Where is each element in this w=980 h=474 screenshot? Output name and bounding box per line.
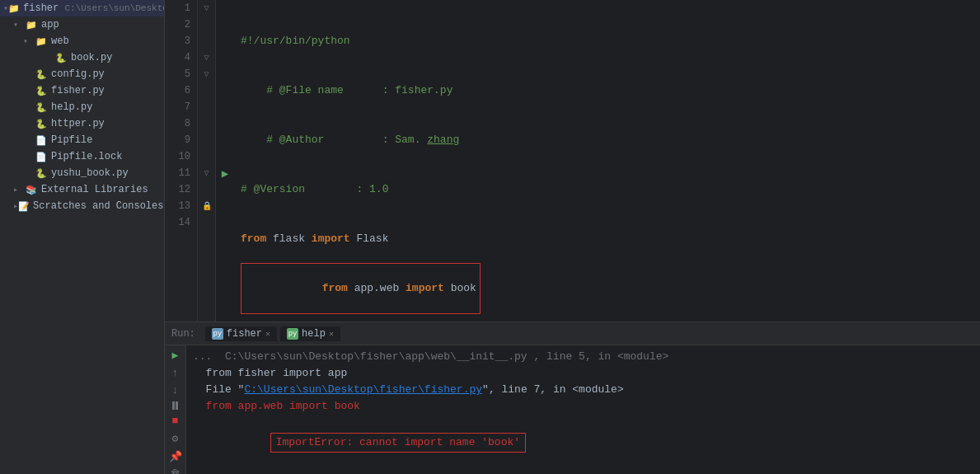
- folder-icon: 📁: [35, 35, 48, 48]
- help-tab-icon: py: [287, 328, 298, 340]
- scroll-down-button[interactable]: ↓: [168, 384, 183, 397]
- sidebar-item-help-py[interactable]: 🐍 help.py: [0, 99, 164, 115]
- sidebar-item-label: httper.py: [51, 118, 105, 129]
- code-line-1: #!/usr/bin/python: [241, 33, 973, 49]
- sidebar-item-label: config.py: [51, 68, 105, 80]
- sidebar-item-book-py[interactable]: 🐍 book.py: [0, 49, 164, 66]
- console-line-2: from fisher import app: [193, 365, 973, 382]
- console-area: ▶ ↑ ↓ ■ ⚙ 📌 🗑 ✕ ... C:\Users\sun\Desktop…: [165, 345, 980, 474]
- python-file-icon: 🐍: [35, 117, 48, 130]
- sidebar-item-httper-py[interactable]: 🐍 httper.py: [0, 115, 164, 132]
- sidebar-item-yushu-book-py[interactable]: 🐍 yushu_book.py: [0, 165, 164, 181]
- run-label: Run:: [171, 328, 195, 340]
- folder-icon: 📁: [25, 18, 38, 31]
- main-area: ▾ 📁 fisher C:\Users\sun\Desktop ▾ 📁 app …: [0, 0, 980, 474]
- folder-icon: 📁: [8, 2, 20, 15]
- python-file-icon: 🐍: [35, 68, 48, 81]
- fold-btn-11[interactable]: ▽: [198, 165, 215, 181]
- code-line-2: # @File name : fisher.py: [241, 82, 973, 99]
- run-btn-11[interactable]: ▶: [216, 165, 234, 181]
- run-gutter: ▶: [216, 0, 234, 321]
- sidebar-item-label: app: [41, 19, 59, 31]
- stop-button[interactable]: ■: [168, 415, 183, 427]
- fisher-tab-close[interactable]: ✕: [265, 329, 270, 339]
- scratches-icon: 📝: [18, 199, 30, 213]
- fold-btn-4[interactable]: ▽: [198, 49, 215, 66]
- fold-btn-1[interactable]: ▽: [198, 0, 215, 16]
- fisher-tab-label: fisher: [227, 328, 262, 340]
- code-line-6: from app.web import book: [241, 280, 973, 297]
- line-numbers: 1 2 3 4 5 6 7 8 9 10 11 12 13 14: [165, 0, 198, 321]
- clear-button[interactable]: 🗑: [168, 468, 183, 474]
- sidebar-item-label: help.py: [51, 101, 92, 113]
- help-tab-label: help: [302, 328, 326, 340]
- sidebar-item-fisher-py[interactable]: 🐍 fisher.py: [0, 82, 164, 99]
- sidebar-item-label: Pipfile.lock: [51, 151, 122, 162]
- fisher-tab-icon: py: [212, 328, 223, 340]
- tab-help[interactable]: py help ✕: [280, 326, 340, 341]
- console-output: ... C:\Users\sun\Desktop\fisher\app\web\…: [186, 345, 980, 474]
- sidebar-item-external-libraries[interactable]: ▸ 📚 External Libraries: [0, 181, 164, 198]
- tab-fisher[interactable]: py fisher ✕: [205, 326, 277, 341]
- sidebar-item-fisher-root[interactable]: ▾ 📁 fisher C:\Users\sun\Desktop: [0, 0, 164, 16]
- help-tab-close[interactable]: ✕: [329, 329, 334, 339]
- code-content[interactable]: #!/usr/bin/python # @File name : fisher.…: [234, 0, 980, 321]
- run-button[interactable]: ▶: [168, 349, 183, 362]
- console-line-3: File "C:\Users\sun\Desktop\fisher\fisher…: [193, 382, 973, 398]
- pipfile-icon: 📄: [35, 134, 48, 147]
- console-line-6: [193, 471, 973, 474]
- sidebar-item-config-py[interactable]: 🐍 config.py: [0, 66, 164, 82]
- sidebar-item-label: fisher.py: [51, 85, 105, 96]
- console-line-4: from app.web import book: [193, 398, 973, 415]
- file-path-link[interactable]: C:\Users\sun\Desktop\fisher\fisher.py: [244, 383, 482, 396]
- console-toolbar: ▶ ↑ ↓ ■ ⚙ 📌 🗑 ✕: [165, 345, 186, 474]
- code-line-4: # @Version : 1.0: [241, 181, 973, 198]
- console-line-1: ... C:\Users\sun\Desktop\fisher\app\web\…: [193, 349, 973, 365]
- sidebar-item-label: book.py: [71, 52, 112, 63]
- lock-btn-13[interactable]: 🔒: [198, 198, 215, 214]
- sidebar-item-label: Scratches and Consoles: [33, 200, 163, 212]
- project-path: C:\Users\sun\Desktop: [64, 3, 165, 13]
- python-file-icon: 🐍: [35, 84, 48, 97]
- arrow-icon: ▾: [13, 20, 25, 30]
- code-line-3: # @Author : Sam. zhang: [241, 132, 973, 148]
- pipfile-lock-icon: 📄: [35, 150, 48, 163]
- settings-button[interactable]: ⚙: [168, 432, 183, 445]
- gutter: ▽ ▽ ▽ ▽ 🔒: [198, 0, 216, 321]
- fold-btn-5[interactable]: ▽: [198, 66, 215, 82]
- sidebar-item-label: External Libraries: [41, 184, 148, 195]
- python-file-icon: 🐍: [35, 101, 48, 114]
- sidebar-item-pipfile-lock[interactable]: 📄 Pipfile.lock: [0, 148, 164, 165]
- sidebar-item-label: web: [51, 35, 69, 47]
- pause-button[interactable]: [168, 401, 183, 410]
- arrow-icon: ▾: [23, 36, 35, 46]
- sidebar-item-app[interactable]: ▾ 📁 app: [0, 16, 164, 33]
- sidebar-item-label: fisher C:\Users\sun\Desktop: [23, 2, 165, 14]
- import-error-box: ImportError: cannot import name 'book': [270, 433, 526, 453]
- pin-button[interactable]: 📌: [168, 450, 183, 463]
- code-line-5: from flask import Flask: [241, 231, 973, 247]
- console-line-5: ImportError: cannot import name 'book': [193, 415, 973, 471]
- sidebar-item-label: yushu_book.py: [51, 167, 129, 179]
- python-file-icon: 🐍: [54, 51, 68, 64]
- sidebar-item-web[interactable]: ▾ 📁 web: [0, 33, 164, 49]
- code-editor[interactable]: 1 2 3 4 5 6 7 8 9 10 11 12 13 14 ▽ ▽ ▽: [165, 0, 980, 321]
- python-file-icon: 🐍: [35, 167, 48, 180]
- sidebar: ▾ 📁 fisher C:\Users\sun\Desktop ▾ 📁 app …: [0, 0, 165, 474]
- external-libraries-icon: 📚: [25, 183, 38, 196]
- scroll-up-button[interactable]: ↑: [168, 367, 183, 379]
- bottom-panel: Run: py fisher ✕ py help ✕ ▶ ↑ ↓: [165, 321, 980, 474]
- run-tabs-bar: Run: py fisher ✕ py help ✕: [165, 322, 980, 345]
- sidebar-item-pipfile[interactable]: 📄 Pipfile: [0, 132, 164, 148]
- arrow-icon: ▸: [13, 185, 25, 195]
- sidebar-item-scratches[interactable]: ▸ 📝 Scratches and Consoles: [0, 198, 164, 214]
- sidebar-item-label: Pipfile: [51, 134, 92, 146]
